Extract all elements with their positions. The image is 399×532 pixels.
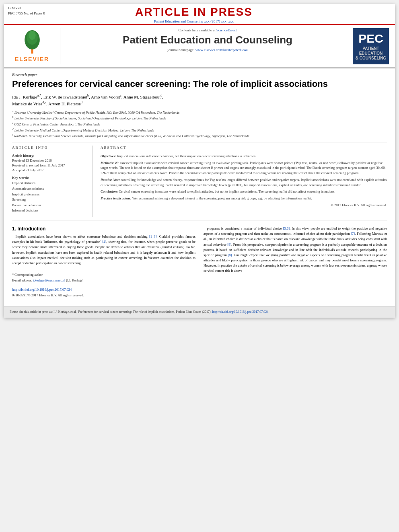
article-in-press-banner: ARTICLE IN PRESS Patient Education and C… xyxy=(45,6,343,23)
journal-ref-top: Patient Education and Counseling xxx (20… xyxy=(45,19,343,23)
elsevier-tree-icon xyxy=(20,30,44,54)
corresponding-author-note: * Corresponding author. xyxy=(12,273,195,277)
svg-point-3 xyxy=(29,31,35,40)
objectives-label: Objectives: xyxy=(101,154,116,158)
cite-5-6: [5,6] xyxy=(283,226,290,230)
doi-link-line: http://dx.doi.org/10.1016/j.pec.2017.07.… xyxy=(12,287,195,293)
results-label: Results: xyxy=(101,178,112,182)
top-banner: G Model PEC 5755 No. of Pages 8 ARTICLE … xyxy=(4,4,395,25)
bottom-links: http://dx.doi.org/10.1016/j.pec.2017.07.… xyxy=(12,287,195,298)
revised-date: Received in revised form 11 July 2017 xyxy=(12,163,86,168)
informed-decisions-kw: Informed decisions xyxy=(12,208,86,214)
footnote-area: * Corresponding author. E-mail address: … xyxy=(12,270,195,283)
screening-kw: Screening xyxy=(12,197,86,203)
authors-line: Ida J. Korfagea,*, Erik W. de Kwaadsteni… xyxy=(12,93,387,107)
citation-doi-link[interactable]: http://dx.doi.org/10.1016/j.pec.2017.07.… xyxy=(212,310,269,314)
article-history-label: Article history: xyxy=(12,154,86,158)
explicit-attitudes-kw: Explicit attitudes xyxy=(12,181,86,186)
cite-1-3: [1–3] xyxy=(149,234,156,238)
introduction-heading: 1. Introduction xyxy=(12,226,195,232)
info-abstract-columns: ARTICLE INFO Article history: Received 1… xyxy=(12,146,387,217)
abstract-column: ABSTRACT Objectives: Implicit associatio… xyxy=(101,146,387,217)
article-in-press-label: ARTICLE IN PRESS xyxy=(45,6,343,18)
intro-para-1: Implicit associations have been shown to… xyxy=(12,234,195,266)
accepted-date: Accepted 21 July 2017 xyxy=(12,168,86,173)
keywords-label: Key-words: xyxy=(12,176,86,180)
abstract-content: Objectives: Implicit associations influe… xyxy=(101,154,387,208)
citation-text: Please cite this article in press as: I.… xyxy=(10,310,212,314)
intro-text-left: Implicit associations have been shown to… xyxy=(12,234,195,266)
abstract-objectives: Objectives: Implicit associations influe… xyxy=(101,154,387,159)
keywords-section: Key-words: Explicit attitudes Automatic … xyxy=(12,176,86,214)
journal-title: Patient Education and Counseling xyxy=(64,34,351,46)
main-content: Research paper Preferences for cervical … xyxy=(4,68,395,302)
email-link[interactable]: i.korfage@erasmusmc.nl xyxy=(33,279,65,282)
abstract-practice-implications: Practice implications: We recommend achi… xyxy=(101,196,387,201)
pec-letters: PEC xyxy=(358,32,383,45)
cite-8: [8] xyxy=(227,242,231,246)
abstract-heading: ABSTRACT xyxy=(101,146,387,151)
homepage-url[interactable]: www.elsevier.com/locate/pateducou xyxy=(195,48,248,52)
citation-bar: Please cite this article in press as: I.… xyxy=(4,306,395,318)
pec-badge-subtitle: PATIENTEDUCATION& COUNSELING xyxy=(356,46,387,61)
body-section: 1. Introduction Implicit associations ha… xyxy=(12,226,387,298)
issn-line: 0738-3991/© 2017 Elsevier B.V. All right… xyxy=(12,293,195,298)
abstract-methods: Methods: We assessed implicit associatio… xyxy=(101,160,387,176)
journal-title-area: Contents lists available at ScienceDirec… xyxy=(64,28,351,64)
page: G Model PEC 5755 No. of Pages 8 ARTICLE … xyxy=(4,4,395,318)
cite-8b: [8] xyxy=(228,253,232,257)
body-left-column: 1. Introduction Implicit associations ha… xyxy=(12,226,195,298)
received-date: Received 13 December 2016 xyxy=(12,158,86,163)
elsevier-logo-area: ELSEVIER xyxy=(8,28,60,64)
body-right-column: programs is considered a matter of indiv… xyxy=(204,226,387,298)
methods-label: Methods: xyxy=(101,161,114,165)
elsevier-wordmark: ELSEVIER xyxy=(15,56,49,62)
implicit-preferences-kw: Implicit preferences xyxy=(12,192,86,197)
article-info-heading: ARTICLE INFO xyxy=(12,146,86,151)
automatic-associations-kw: Automatic associations xyxy=(12,186,86,192)
abstract-results: Results: After controlling for knowledge… xyxy=(101,177,387,188)
cite-4: [4] xyxy=(102,240,106,244)
article-info-column: ARTICLE INFO Article history: Received 1… xyxy=(12,146,93,217)
pec-journal-badge: PEC PATIENTEDUCATION& COUNSELING xyxy=(353,28,389,64)
contents-available-line: Contents lists available at ScienceDirec… xyxy=(64,28,351,32)
email-note: E-mail address: i.korfage@erasmusmc.nl (… xyxy=(12,278,195,283)
affiliations: a Erasmus University Medical Center, Dep… xyxy=(12,109,387,139)
g-model-info: G Model PEC 5755 No. of Pages 8 xyxy=(8,6,45,16)
cite-7: [7] xyxy=(351,232,355,236)
abstract-conclusion: Conclusion: Cervical cancer screening in… xyxy=(101,189,387,194)
section-label: Research paper xyxy=(12,72,387,77)
copyright-line: © 2017 Elsevier B.V. All rights reserved… xyxy=(101,203,387,208)
preventive-behaviour-kw: Preventive behaviour xyxy=(12,203,86,208)
practice-label: Practice implications: xyxy=(101,196,132,200)
pec-badge-area: PEC PATIENTEDUCATION& COUNSELING xyxy=(351,28,391,64)
journal-header: ELSEVIER Contents lists available at Sci… xyxy=(4,25,395,68)
journal-homepage-line: journal homepage: www.elsevier.com/locat… xyxy=(64,48,351,52)
elsevier-logo: ELSEVIER xyxy=(15,30,49,62)
conclusion-label: Conclusion: xyxy=(101,189,118,193)
intro-para-2: programs is considered a matter of indiv… xyxy=(204,226,387,274)
paper-title: Preferences for cervical cancer screenin… xyxy=(12,78,387,90)
doi-link[interactable]: http://dx.doi.org/10.1016/j.pec.2017.07.… xyxy=(12,288,72,292)
article-history: Article history: Received 13 December 20… xyxy=(12,154,86,173)
section-divider xyxy=(12,142,387,142)
body-divider xyxy=(12,220,387,220)
sciencedirect-link[interactable]: ScienceDirect xyxy=(216,28,237,32)
intro-text-right: programs is considered a matter of indiv… xyxy=(204,226,387,274)
